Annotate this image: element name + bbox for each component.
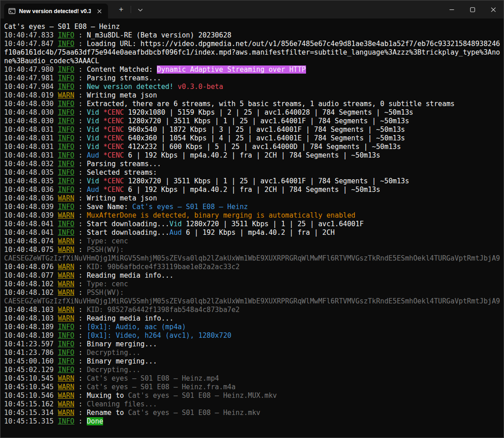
terminal-output[interactable]: Cat's eyes – S01 E08 – Heinz10:40:47.833…	[0, 19, 504, 426]
terminal-line: 10:40:48.031 INFO : Vid *CENC 960x540 | …	[4, 126, 500, 134]
log-text-segment: Extracted, there are 6 streams, with 5 b…	[87, 100, 455, 108]
terminal-line: 10:40:48.019 WARN : Writing meta json	[4, 91, 500, 100]
log-text-segment: Loading URL: https://video.dpgmedia.net/…	[87, 40, 500, 48]
terminal-line: 10:40:48.032 INFO : Parsing streams...	[4, 160, 500, 168]
log-level-badge: WARN	[58, 289, 75, 297]
log-text-segment: CAESEGZeWTGzIzfXiNuVHmQjg1MiRGV5SmhjM05s…	[4, 254, 500, 262]
log-text-segment: [0x1]: Video, h264 (avc1), 1280x720	[87, 331, 231, 340]
log-level-badge: WARN	[58, 246, 75, 254]
terminal-line: 10:41:23.597 INFO : Binary merging...	[4, 340, 500, 349]
terminal-line: 10:40:48.036 INFO : Aud *CENC 6 | 192 Kb…	[4, 186, 500, 194]
log-text-segment: Writing meta json	[87, 194, 157, 202]
terminal-line: 10:40:48.077 WARN : Reading media info..…	[4, 271, 500, 280]
tab-active[interactable]: New version detected! v0.3.0-	[4, 4, 108, 19]
titlebar-drag-region[interactable]	[146, 0, 441, 19]
log-text-segment: Decrypting...	[87, 349, 141, 357]
log-text-segment: Done	[87, 417, 104, 425]
log-text-segment: 1280x720 | 3511 Kbps | 1 | 25 | avc1.640…	[182, 220, 363, 228]
tab-dropdown-button[interactable]	[134, 4, 146, 15]
log-text-segment: Vid	[170, 220, 182, 228]
terminal-line: 10:40:48.102 WARN : Type: cenc	[4, 280, 500, 289]
terminal-line: 10:40:48.031 INFO : Vid *CENC 640x360 | …	[4, 134, 500, 143]
log-text-segment: Rename to	[87, 409, 128, 417]
log-text-segment: Cleaning files...	[87, 400, 157, 408]
close-button[interactable]	[483, 0, 504, 19]
divider	[131, 6, 131, 13]
log-text-segment: Cat's eyes – S01 E08 – Heinz	[4, 23, 120, 31]
log-level-badge: INFO	[58, 331, 75, 340]
terminal-line: 10:40:47.980 INFO : Content Matched: Dyn…	[4, 65, 500, 74]
terminal-line: 10:40:48.039 INFO : Save Name: Cat's eye…	[4, 203, 500, 211]
terminal-line: ne%3Baudio_codec%3AAACL	[4, 57, 500, 65]
log-level-badge: INFO	[58, 323, 75, 331]
log-level-badge: INFO	[58, 366, 75, 374]
log-text-segment: Reading media info...	[87, 271, 174, 280]
log-level-badge: INFO	[58, 151, 75, 159]
terminal-line: 10:45:10.545 WARN : Cat's eyes – S01 E08…	[4, 383, 500, 391]
log-text-segment: Start downloading...	[87, 228, 170, 237]
log-text-segment: f10a6161dc4b/75aa63df75e944e0aeafbdbcbf0…	[4, 48, 500, 56]
terminal-line: Cat's eyes – S01 E08 – Heinz	[4, 23, 500, 31]
terminal-line: 10:45:10.546 WARN : Muxing to Cat's eyes…	[4, 391, 500, 400]
minimize-button[interactable]	[441, 0, 462, 19]
log-text-segment: 6 | 192 Kbps | mp4a.40.2 | fra | 2CH	[182, 228, 334, 237]
tab-title: New version detected! v0.3.0-	[19, 8, 91, 14]
log-text-segment: Reading media info...	[87, 314, 174, 322]
close-icon	[491, 7, 496, 12]
log-text-segment: Vid	[87, 177, 99, 185]
terminal-line: 10:45:15.162 WARN : Cleaning files...	[4, 400, 500, 409]
log-level-badge: INFO	[58, 357, 75, 365]
chevron-down-icon	[138, 5, 143, 14]
titlebar[interactable]: New version detected! v0.3.0- +	[0, 0, 504, 19]
terminal-line: 10:40:48.031 INFO : Aud *CENC 6 | 192 Kb…	[4, 151, 500, 160]
new-tab-button[interactable]: +	[114, 4, 128, 15]
terminal-line: 10:45:15.315 INFO : Done	[4, 417, 500, 426]
log-text-segment: Writing meta json	[87, 91, 157, 99]
log-text-segment: *CENC	[103, 117, 124, 125]
terminal-line: 10:40:48.075 WARN : PSSH(WV):	[4, 246, 500, 254]
terminal-line: 10:40:48.036 WARN : Writing meta json	[4, 194, 500, 203]
terminal-line: 10:45:00.160 INFO : Binary merging...	[4, 357, 500, 366]
log-text-segment: Vid	[87, 126, 99, 134]
log-level-badge: INFO	[58, 228, 75, 237]
log-level-badge: WARN	[58, 374, 75, 382]
log-level-badge: INFO	[58, 168, 75, 177]
terminal-line: 10:40:48.039 WARN : MuxAfterDone is dete…	[4, 211, 500, 220]
log-text-segment: 1280x720 | 3511 Kbps | 1 | 25 | avc1.640…	[124, 177, 409, 185]
log-text-segment: Muxing to	[87, 391, 128, 400]
terminal-line: 10:40:48.076 WARN : KID: 90b6afbdce4f331…	[4, 263, 500, 271]
log-text-segment: *CENC	[103, 143, 124, 151]
log-text-segment: Save Name:	[87, 203, 132, 211]
log-text-segment: Content Matched:	[87, 65, 157, 74]
log-text-segment: [0x1]: Audio, aac (mp4a)	[87, 323, 186, 331]
log-text-segment: Vid	[87, 117, 99, 125]
log-level-badge: INFO	[58, 203, 75, 211]
log-level-badge: INFO	[58, 74, 75, 82]
terminal-line: 10:45:15.314 WARN : Rename to Cat's eyes…	[4, 409, 500, 417]
log-text-segment: 6 | 192 Kbps | mp4a.40.2 | fra | 2CH | 7…	[124, 151, 380, 159]
terminal-line: CAESEGZeWTGzIzfXiNuVHmQjg1MiRGV5SmhjM05s…	[4, 297, 500, 306]
log-text-segment: New version detected!	[87, 83, 174, 91]
log-level-badge: INFO	[58, 177, 75, 185]
log-level-badge: WARN	[58, 280, 75, 288]
log-text-segment: Aud	[87, 186, 99, 194]
tab-close-icon[interactable]	[94, 6, 104, 16]
log-level-badge: INFO	[58, 117, 75, 125]
maximize-button[interactable]	[462, 0, 483, 19]
log-text-segment: Vid	[87, 134, 99, 142]
log-level-badge: WARN	[58, 263, 75, 271]
terminal-line: 10:40:48.035 INFO : Vid *CENC 1280x720 |…	[4, 177, 500, 186]
log-level-badge: WARN	[58, 237, 75, 245]
log-text-segment: KID: 98527a6442f1398fab548a4c873ba7e2	[87, 306, 240, 314]
log-text-segment: Type: cenc	[87, 237, 128, 245]
log-text-segment: Parsing streams...	[87, 74, 161, 82]
minimize-icon	[449, 7, 454, 12]
terminal-line: 10:40:47.984 INFO : New version detected…	[4, 83, 500, 91]
log-text-segment: PSSH(WV):	[87, 246, 124, 254]
log-text-segment: *CENC	[103, 177, 124, 185]
terminal-window: New version detected! v0.3.0- +	[0, 0, 504, 438]
log-text-segment: KID: 90b6afbdce4f33119bae1e82a2ac33c2	[87, 263, 240, 271]
log-level-badge: INFO	[58, 160, 75, 168]
log-level-badge: INFO	[58, 31, 75, 39]
terminal-line: 10:40:48.041 INFO : Start downloading...…	[4, 220, 500, 228]
